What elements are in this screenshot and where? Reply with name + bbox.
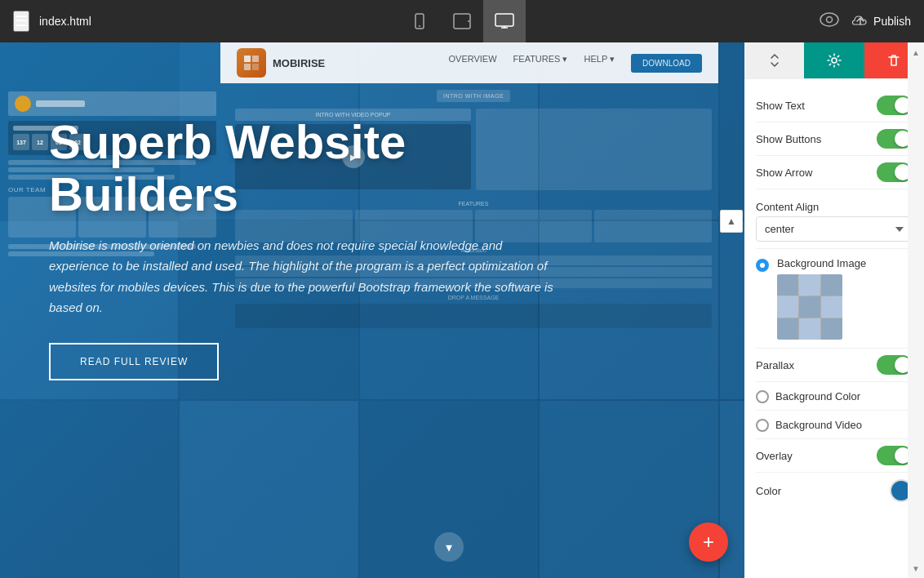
device-desktop-button[interactable]: [483, 0, 526, 42]
content-align-select[interactable]: center left right: [756, 216, 913, 242]
topbar: ☰ index.html Publish: [0, 0, 924, 42]
background-color-row: Background Color: [756, 382, 913, 411]
nav-logo-icon: [237, 48, 266, 78]
scroll-down-button[interactable]: ▼: [908, 560, 924, 576]
down-arrow-button[interactable]: ▾: [434, 532, 464, 562]
content-align-label: Content Align: [756, 201, 913, 213]
content-align-section: Content Align center left right: [756, 189, 913, 249]
color-row: Color: [756, 473, 913, 509]
svg-rect-7: [244, 56, 251, 62]
background-video-label: Background Video: [775, 419, 913, 431]
overlay-label: Overlay: [756, 450, 793, 462]
svg-rect-9: [244, 64, 251, 70]
file-name: index.html: [39, 15, 91, 28]
show-text-label: Show Text: [756, 100, 805, 112]
panel-collapse-button[interactable]: ▲: [720, 210, 743, 233]
nav-features: FEATURES ▾: [513, 54, 568, 73]
nav-download-btn[interactable]: DOWNLOAD: [631, 54, 702, 73]
svg-point-5: [820, 13, 838, 26]
svg-point-6: [827, 17, 833, 23]
show-buttons-row: Show Buttons: [756, 122, 913, 156]
count-box-2: 12: [32, 134, 48, 150]
intro-badge-2: INTRO WITH IMAGE: [437, 90, 510, 102]
overlay-row: Overlay: [756, 439, 913, 473]
show-text-row: Show Text: [756, 89, 913, 122]
background-image-radio[interactable]: [756, 259, 769, 272]
hero-title-line2: Builders: [49, 167, 238, 220]
preview-button[interactable]: [820, 11, 839, 32]
show-buttons-label: Show Buttons: [756, 133, 821, 145]
background-color-label: Background Color: [775, 390, 913, 402]
device-switcher: [398, 0, 526, 42]
parallax-label: Parallax: [756, 359, 794, 371]
nav-logo-text: MOBIRISE: [273, 57, 325, 69]
hero-read-full-review-button[interactable]: READ FULL REVIEW: [49, 343, 219, 380]
color-label: Color: [756, 485, 781, 497]
background-image-label: Background Image: [777, 257, 913, 269]
svg-rect-8: [252, 56, 259, 62]
right-panel: Show Text Show Buttons Show Arrow Conten…: [744, 42, 924, 578]
panel-reorder-button[interactable]: [744, 42, 804, 78]
publish-button[interactable]: Publish: [852, 15, 911, 28]
hero-subtitle: Mobirise is mostly oriented on newbies a…: [49, 235, 555, 318]
hamburger-button[interactable]: ☰: [13, 11, 29, 32]
background-video-row: Background Video: [756, 411, 913, 439]
nav-logo: MOBIRISE: [237, 48, 325, 78]
panel-toolbar: [744, 42, 924, 79]
svg-point-1: [419, 25, 420, 27]
count-box-1: 137: [13, 134, 29, 150]
svg-point-3: [468, 20, 469, 22]
hero-title: Superb Website Builders: [49, 116, 669, 220]
nav-help: HELP ▾: [584, 54, 615, 73]
hero-content: Superb Website Builders Mobirise is most…: [49, 116, 669, 380]
nav-links: OVERVIEW FEATURES ▾ HELP ▾ DOWNLOAD: [448, 54, 702, 73]
background-video-radio[interactable]: [756, 419, 769, 432]
show-arrow-label: Show Arrow: [756, 167, 812, 179]
background-image-thumbnail[interactable]: [777, 274, 842, 340]
panel-content: Show Text Show Buttons Show Arrow Conten…: [744, 79, 924, 578]
device-mobile-button[interactable]: [398, 0, 441, 42]
main-area: 137 12 02 02 OUR TEAM: [0, 42, 924, 578]
background-image-row: Background Image: [756, 249, 913, 349]
svg-rect-10: [252, 64, 259, 70]
nav-overview: OVERVIEW: [448, 54, 496, 73]
background-color-radio[interactable]: [756, 390, 769, 403]
parallax-row: Parallax: [756, 349, 913, 382]
topbar-left: ☰ index.html: [13, 11, 91, 32]
scroll-arrows: ▲ ▼: [908, 42, 924, 578]
preview-nav: MOBIRISE OVERVIEW FEATURES ▾ HELP ▾ DOWN…: [220, 42, 718, 83]
show-arrow-row: Show Arrow: [756, 156, 913, 189]
svg-point-11: [832, 58, 837, 63]
device-tablet-button[interactable]: [441, 0, 483, 42]
hero-title-line1: Superb Website: [49, 115, 406, 168]
scroll-up-button[interactable]: ▲: [908, 44, 924, 60]
fab-add-button[interactable]: +: [689, 522, 728, 562]
svg-rect-4: [495, 14, 513, 26]
topbar-right: Publish: [820, 11, 911, 32]
panel-settings-button[interactable]: [804, 42, 864, 78]
